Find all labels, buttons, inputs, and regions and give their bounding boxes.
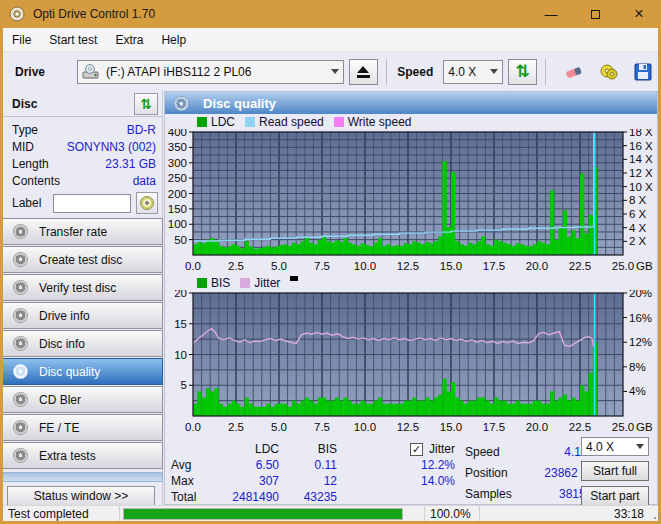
ldc-legend-swatch [197, 117, 207, 127]
label-input[interactable] [53, 194, 131, 213]
max-row-label: Max [171, 474, 219, 488]
bis-column-header: BIS [279, 442, 337, 456]
menu-start-test[interactable]: Start test [40, 30, 106, 50]
drive-select[interactable]: (F:) ATAPI iHBS112 2 PL06 [77, 60, 344, 84]
speed-value: 4.0 X [448, 65, 476, 79]
svg-text:250: 250 [168, 172, 187, 184]
svg-text:17.5: 17.5 [483, 421, 505, 433]
minimize-button[interactable]: — [529, 0, 573, 28]
sidebar-item-extra-tests[interactable]: Extra tests [3, 442, 163, 469]
sidebar-item-fe-te[interactable]: FE / TE [3, 414, 163, 441]
menu-help[interactable]: Help [152, 30, 195, 50]
svg-text:200: 200 [168, 188, 187, 200]
disc-icon [13, 224, 28, 239]
svg-text:8%: 8% [629, 361, 646, 373]
disc-field-type: Type BD-R [12, 121, 156, 138]
svg-text:15.0: 15.0 [440, 421, 462, 433]
window-title: Opti Drive Control 1.70 [33, 7, 155, 21]
total-row-label: Total [171, 490, 219, 504]
svg-text:14 X: 14 X [629, 153, 653, 165]
field-value[interactable]: data [133, 174, 156, 188]
menu-file[interactable]: File [3, 30, 40, 50]
svg-text:22.5: 22.5 [569, 421, 591, 433]
test-controls: 4.0 X Start full Start part [581, 437, 649, 511]
svg-text:12.5: 12.5 [397, 421, 419, 433]
svg-text:18 X: 18 X [629, 129, 653, 138]
jitter-legend-swatch [240, 278, 250, 288]
field-label: Length [12, 157, 49, 171]
sidebar-item-drive-info[interactable]: Drive info [3, 302, 163, 329]
svg-text:7.5: 7.5 [314, 260, 330, 272]
erase-disc-button[interactable] [559, 59, 589, 85]
label-row: Label [3, 189, 162, 218]
disc-icon [13, 364, 28, 379]
samples-stat-label: Samples [465, 487, 521, 501]
nav-label: Drive info [39, 309, 90, 323]
read-speed-legend-label: Read speed [259, 115, 324, 129]
write-speed-legend-swatch [334, 117, 344, 127]
speed-select[interactable]: 4.0 X [443, 60, 502, 84]
app-window: Opti Drive Control 1.70 — × File Start t… [0, 0, 661, 524]
speed-label: Speed [397, 65, 433, 79]
sidebar-item-create-test-disc[interactable]: Create test disc [3, 246, 163, 273]
close-button[interactable]: × [617, 0, 661, 28]
refresh-speeds-button[interactable]: ⇅ [508, 59, 538, 85]
chevron-down-icon [331, 69, 339, 74]
svg-text:50: 50 [174, 234, 187, 246]
bis-jitter-chart: 51015204%8%12%16%20%0.02.55.07.510.012.5… [165, 290, 657, 436]
maximize-icon [591, 10, 600, 19]
legend-artifact-mark [290, 276, 298, 281]
start-part-button[interactable]: Start part [581, 486, 649, 506]
jitter-checkbox[interactable]: ✓ [410, 443, 423, 456]
disc-icon [13, 392, 28, 407]
write-label-button[interactable] [136, 192, 158, 214]
eject-icon [357, 66, 369, 73]
progress-section [120, 506, 425, 521]
svg-text:15: 15 [174, 318, 187, 330]
svg-text:4%: 4% [629, 385, 646, 397]
sidebar-item-disc-quality[interactable]: Disc quality [3, 358, 163, 385]
sidebar-item-disc-info[interactable]: Disc info [3, 330, 163, 357]
sidebar-nav: Transfer rate Create test disc Verify te… [3, 218, 163, 506]
cd-icon [140, 196, 154, 210]
nav-label: Disc info [39, 337, 85, 351]
field-value: 23.31 GB [105, 157, 156, 171]
svg-text:22.5: 22.5 [569, 260, 591, 272]
avg-jitter-value: 12.2% [337, 458, 455, 472]
disc-refresh-button[interactable]: ⇅ [134, 93, 158, 115]
eraser-icon [563, 63, 585, 81]
disc-icon [13, 448, 28, 463]
drive-label: Drive [15, 65, 45, 79]
menu-extra[interactable]: Extra [106, 30, 152, 50]
stats-table: LDC BIS ✓ Jitter Avg 6.50 0.11 12.2% Max… [171, 441, 455, 505]
svg-text:350: 350 [168, 141, 187, 153]
progress-bar [123, 508, 403, 520]
nav-spacer [3, 472, 163, 482]
sidebar-item-cd-bler[interactable]: CD Bler [3, 386, 163, 413]
status-window-button[interactable]: Status window >> [7, 486, 155, 506]
svg-text:4 X: 4 X [629, 222, 647, 234]
refresh-arrows-icon: ⇅ [140, 97, 152, 111]
save-button[interactable] [628, 59, 658, 85]
sidebar-item-transfer-rate[interactable]: Transfer rate [3, 218, 163, 245]
disc-icon [13, 420, 28, 435]
svg-text:15.0: 15.0 [440, 260, 462, 272]
svg-text:20.0: 20.0 [526, 260, 548, 272]
svg-text:12.5: 12.5 [397, 260, 419, 272]
start-full-button[interactable]: Start full [581, 461, 649, 481]
speed-stat-label: Speed [465, 445, 521, 459]
eject-button[interactable] [349, 59, 379, 85]
svg-text:7.5: 7.5 [314, 421, 330, 433]
field-value: SONYNN3 (002) [67, 140, 156, 154]
maximize-button[interactable] [573, 0, 617, 28]
panel-header: Disc quality [165, 92, 657, 114]
svg-text:0.0: 0.0 [185, 421, 201, 433]
status-bar: Test completed 100.0% 33:18 [3, 505, 658, 521]
disc-quality-panel: Disc quality LDC Read speed Write speed … [164, 91, 658, 505]
sidebar-item-verify-test-disc[interactable]: Verify test disc [3, 274, 163, 301]
toolbar: Drive (F:) ATAPI iHBS112 2 PL06 Speed 4.… [3, 52, 658, 91]
main-area: Disc ⇅ Type BD-R MID SONYNN3 (002) Lengt… [3, 91, 658, 505]
test-speed-select[interactable]: 4.0 X [581, 437, 649, 456]
disc-tools-button[interactable] [594, 59, 624, 85]
svg-text:10: 10 [174, 349, 187, 361]
